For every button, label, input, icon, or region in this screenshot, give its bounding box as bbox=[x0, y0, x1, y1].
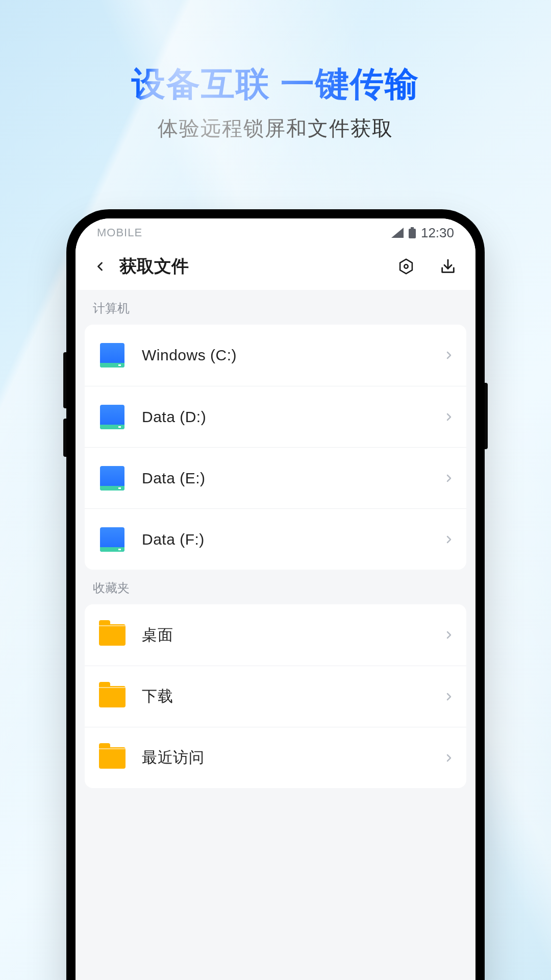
phone-volume-down bbox=[63, 419, 66, 457]
drive-label: Data (E:) bbox=[142, 470, 443, 487]
signal-icon bbox=[391, 228, 404, 238]
chevron-right-icon bbox=[443, 752, 455, 764]
chevron-right-icon bbox=[443, 691, 455, 703]
hero: 设备互联 一键传输 体验远程锁屏和文件获取 bbox=[0, 0, 551, 142]
phone-mockup: MOBILE 12:30 获取文件 bbox=[66, 209, 485, 980]
section-label-computer: 计算机 bbox=[76, 290, 475, 325]
chevron-right-icon bbox=[443, 349, 455, 361]
folder-icon bbox=[99, 747, 126, 769]
settings-icon[interactable] bbox=[394, 254, 418, 279]
folder-label: 桌面 bbox=[142, 625, 443, 646]
drive-icon bbox=[100, 405, 124, 429]
drives-card: Windows (C:) Data (D:) Data (E:) bbox=[85, 325, 466, 570]
carrier-label: MOBILE bbox=[97, 226, 142, 239]
phone-volume-up bbox=[63, 352, 66, 408]
status-bar: MOBILE 12:30 bbox=[76, 218, 475, 247]
phone-screen: MOBILE 12:30 获取文件 bbox=[76, 218, 475, 980]
battery-icon bbox=[409, 227, 416, 238]
hero-subtitle: 体验远程锁屏和文件获取 bbox=[0, 114, 551, 142]
svg-point-2 bbox=[404, 264, 408, 268]
screen-title: 获取文件 bbox=[119, 255, 386, 278]
drive-label: Data (D:) bbox=[142, 408, 443, 426]
drive-row[interactable]: Data (F:) bbox=[85, 508, 466, 570]
folder-icon bbox=[99, 624, 126, 646]
chevron-right-icon bbox=[443, 472, 455, 484]
download-icon[interactable] bbox=[436, 254, 460, 279]
drive-icon bbox=[100, 466, 124, 491]
back-button[interactable] bbox=[89, 255, 111, 278]
phone-power bbox=[485, 383, 488, 449]
app-header: 获取文件 bbox=[76, 247, 475, 290]
clock: 12:30 bbox=[421, 225, 454, 241]
folder-row[interactable]: 下载 bbox=[85, 666, 466, 727]
folder-label: 最近访问 bbox=[142, 747, 443, 768]
drive-icon bbox=[100, 527, 124, 552]
hero-title: 设备互联 一键传输 bbox=[0, 61, 551, 107]
folder-row[interactable]: 桌面 bbox=[85, 604, 466, 666]
chevron-right-icon bbox=[443, 533, 455, 546]
chevron-right-icon bbox=[443, 411, 455, 423]
folder-label: 下载 bbox=[142, 686, 443, 707]
svg-rect-0 bbox=[411, 227, 414, 229]
drive-row[interactable]: Data (E:) bbox=[85, 447, 466, 508]
drive-row[interactable]: Windows (C:) bbox=[85, 325, 466, 386]
drive-icon bbox=[100, 343, 124, 368]
folder-icon bbox=[99, 686, 126, 707]
drive-row[interactable]: Data (D:) bbox=[85, 386, 466, 447]
drive-label: Windows (C:) bbox=[142, 347, 443, 364]
drive-label: Data (F:) bbox=[142, 531, 443, 548]
section-label-favorites: 收藏夹 bbox=[76, 570, 475, 604]
folder-row[interactable]: 最近访问 bbox=[85, 727, 466, 788]
chevron-right-icon bbox=[443, 629, 455, 641]
svg-rect-1 bbox=[409, 229, 416, 238]
favorites-card: 桌面 下载 最近访问 bbox=[85, 604, 466, 788]
